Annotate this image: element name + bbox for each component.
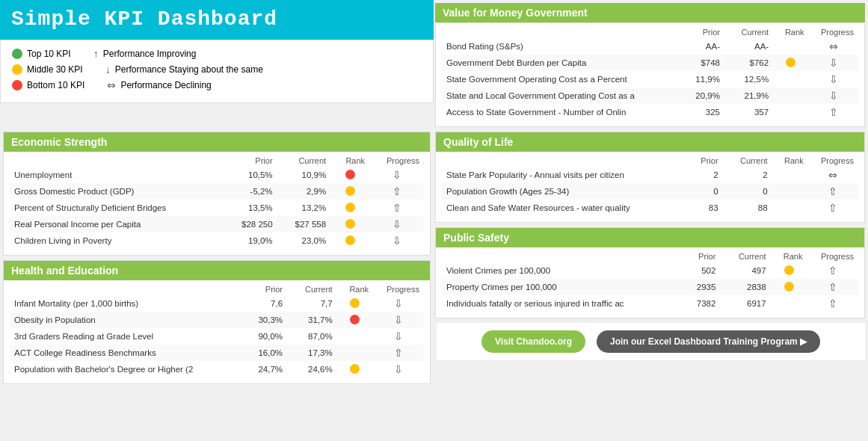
table-row: 3rd Graders Reading at Grade Level90,0%8…: [10, 328, 424, 345]
table-row: Children Living in Poverty19,0%23,0%⇩: [10, 232, 424, 249]
row-current: 7,7: [287, 295, 337, 312]
legend-top10-label: Top 10 KPI: [27, 49, 71, 59]
row-current: 2,9%: [277, 183, 331, 200]
eco-col-current: Current: [277, 155, 331, 167]
economic-header: Economic Strength: [4, 132, 430, 152]
progress-arrow-icon: ⇩: [394, 330, 403, 342]
quality-header: Quality of Life: [436, 132, 864, 152]
vm-col-current: Current: [724, 26, 773, 38]
row-current: 10,9%: [277, 167, 331, 183]
visit-button[interactable]: Visit Chandoo.org: [481, 330, 585, 353]
quality-table: Prior Current Rank Progress State Park P…: [442, 155, 858, 216]
legend-row-1: Top 10 KPI ↑ Performance Improving: [12, 48, 422, 60]
row-prior: 2935: [670, 279, 720, 295]
table-row: ACT College Readiness Benchmarks16,0%17,…: [10, 345, 424, 361]
legend-improving: ↑ Performance Improving: [93, 48, 197, 60]
table-row: Unemployment10,5%10,9%⇩: [10, 167, 424, 183]
he-col-label: [10, 283, 237, 295]
progress-arrow-icon: ⇩: [829, 90, 838, 102]
ql-col-label: [442, 155, 674, 167]
row-prior: 83: [674, 200, 723, 216]
table-row: Property Crimes per 100,00029352838⇧: [442, 279, 858, 295]
ql-col-current: Current: [723, 155, 772, 167]
row-progress: ⇧: [808, 183, 858, 200]
legend: Top 10 KPI ↑ Performance Improving Middl…: [0, 40, 434, 103]
row-prior: 90,0%: [237, 328, 287, 345]
row-rank: [772, 200, 808, 216]
progress-arrow-icon: ⇔: [829, 40, 838, 52]
legend-bot10: Bottom 10 KPI: [12, 79, 84, 91]
row-label: Gross Domestic Product (GDP): [10, 183, 224, 200]
legend-row-2: Middle 30 KPI ↓ Performance Staying abou…: [12, 64, 422, 75]
health-section: Health and Education Prior Current Rank …: [3, 260, 431, 384]
economic-section: Economic Strength Prior Current Rank Pro…: [3, 132, 431, 256]
row-prior: $28 250: [224, 216, 277, 232]
public-safety-header: Public Safety: [436, 228, 864, 247]
training-button[interactable]: Join our Excel Dashboard Training Progra…: [597, 330, 820, 353]
economic-panel: Economic Strength Prior Current Rank Pro…: [0, 127, 434, 389]
row-prior: 13,5%: [224, 200, 277, 216]
progress-arrow-icon: ⇧: [828, 185, 837, 197]
row-current: $762: [724, 55, 773, 71]
row-prior: 16,0%: [237, 345, 287, 361]
top-row: Simple KPI Dashboard Top 10 KPI ↑ Perfor…: [0, 0, 868, 127]
row-current: 2838: [720, 279, 770, 295]
row-current: 87,0%: [287, 328, 337, 345]
row-prior: -5,2%: [224, 183, 277, 200]
row-current: 357: [724, 104, 773, 120]
bottom-row: Economic Strength Prior Current Rank Pro…: [0, 127, 868, 389]
row-label: Population with Bachelor's Degree or Hig…: [10, 361, 237, 377]
he-col-prior: Prior: [237, 283, 287, 295]
row-rank: [771, 279, 807, 295]
legend-top10: Top 10 KPI: [12, 48, 71, 60]
ps-col-rank: Rank: [771, 250, 807, 262]
rank-dot-icon: [345, 203, 355, 212]
row-label: State Government Operating Cost as a Per…: [442, 71, 676, 87]
he-col-rank: Rank: [337, 283, 373, 295]
row-current: 23,0%: [277, 232, 331, 249]
rank-dot-icon: [784, 282, 794, 292]
row-label: Population Growth (Ages 25-34): [442, 183, 674, 200]
row-prior: 7382: [670, 295, 720, 312]
progress-arrow-icon: ⇔: [828, 169, 837, 181]
row-current: AA-: [724, 38, 773, 55]
row-rank: [772, 183, 808, 200]
row-rank: [330, 232, 369, 249]
arrow-side-icon: ⇔: [107, 79, 116, 91]
value-money-body: Prior Current Rank Progress Bond Rating …: [436, 23, 864, 126]
legend-declining: ⇔ Performance Declining: [107, 79, 211, 91]
row-rank: [772, 167, 808, 183]
table-row: State Park Popularity - Annual visits pe…: [442, 167, 858, 183]
row-progress: ⇧: [369, 200, 424, 216]
buttons-row: Visit Chandoo.org Join our Excel Dashboa…: [437, 323, 865, 360]
row-current: $27 558: [277, 216, 331, 232]
table-row: Infant Mortality (per 1,000 births)7,67,…: [10, 295, 424, 312]
right-bottom-panel: Quality of Life Prior Current Rank Progr…: [434, 127, 868, 389]
row-progress: ⇩: [369, 232, 424, 249]
row-rank: [330, 183, 369, 200]
header: Simple KPI Dashboard: [0, 0, 434, 40]
progress-arrow-icon: ⇩: [393, 235, 401, 247]
row-label: Clean and Safe Water Resources - water q…: [442, 200, 674, 216]
progress-arrow-icon: ⇧: [828, 281, 837, 293]
dot-green: [12, 49, 22, 59]
progress-arrow-icon: ⇩: [393, 218, 401, 230]
row-prior: 7,6: [237, 295, 287, 312]
row-rank: [337, 295, 373, 312]
row-label: State and Local Government Operating Cos…: [442, 87, 676, 104]
row-label: ACT College Readiness Benchmarks: [10, 345, 237, 361]
row-rank: [330, 167, 369, 183]
row-progress: ⇩: [373, 361, 424, 377]
value-money-header: Value for Money Government: [435, 3, 865, 22]
row-label: Property Crimes per 100,000: [442, 279, 670, 295]
economic-body: Prior Current Rank Progress Unemployment…: [4, 152, 430, 255]
row-progress: ⇧: [807, 262, 858, 279]
row-label: Children Living in Poverty: [10, 232, 224, 249]
row-rank: [771, 262, 807, 279]
progress-arrow-icon: ⇧: [829, 106, 838, 118]
rank-dot-icon: [345, 219, 355, 229]
table-row: Clean and Safe Water Resources - water q…: [442, 200, 858, 216]
row-label: Bond Rating (S&Ps): [442, 38, 676, 55]
row-progress: ⇩: [809, 87, 858, 104]
row-progress: ⇩: [373, 295, 424, 312]
